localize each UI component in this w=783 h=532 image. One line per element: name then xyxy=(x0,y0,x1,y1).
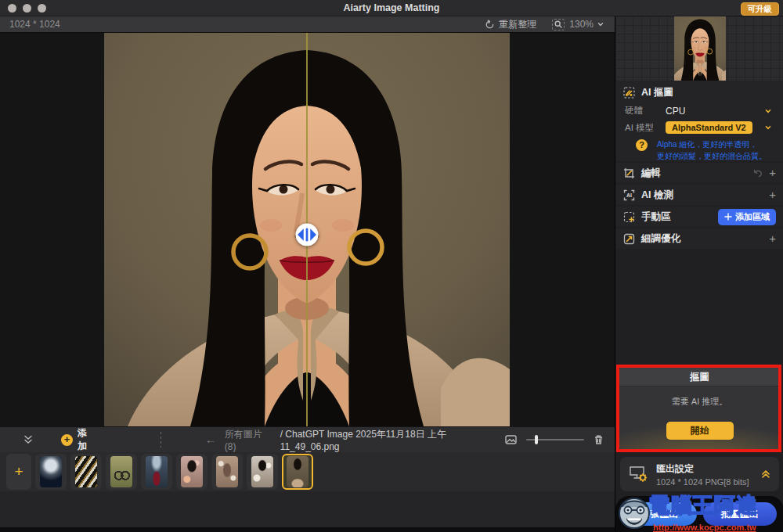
thumbnail-image xyxy=(146,456,168,487)
matting-panel-title: 摳圖 xyxy=(619,368,780,386)
model-value-pill[interactable]: AlphaStandard V2 xyxy=(666,121,752,134)
export-single-button[interactable]: 單張匯出 xyxy=(622,502,697,526)
slider-handle[interactable] xyxy=(535,435,538,444)
section-ai-detect[interactable]: AI AI 檢測 + xyxy=(615,185,783,205)
right-sidebar: AI 摳圖 硬體 CPU AI 模型 AlphaStandard V2 ? Al… xyxy=(615,16,783,532)
add-image-tile[interactable]: + xyxy=(6,454,31,490)
add-images-button[interactable]: + 添加 xyxy=(61,426,96,453)
matting-run-panel: 摳圖 需要 AI 推理。 開始 xyxy=(619,368,780,449)
magnifier-icon xyxy=(554,20,562,28)
add-label: 添加 xyxy=(78,426,96,453)
canvas-toolbar: 1024 * 1024 重新整理 130% xyxy=(0,16,615,33)
export-settings-card[interactable]: 匯出設定 1024 * 1024 PNG[8 bits] xyxy=(620,457,779,491)
split-arrows-icon xyxy=(296,38,319,427)
divider xyxy=(161,432,161,448)
filmstrip-thumbnails: + xyxy=(0,452,615,491)
export-batch-button[interactable]: 批量匯出 xyxy=(703,502,778,526)
trash-icon[interactable] xyxy=(594,434,604,445)
canvas-area xyxy=(0,33,615,426)
ai-matting-title: AI 摳圖 xyxy=(641,86,673,99)
undo-icon[interactable] xyxy=(752,169,763,178)
thumbnail-beige-blazer-portrait-selected[interactable] xyxy=(282,454,313,490)
double-chevron-up-icon[interactable] xyxy=(760,469,771,480)
svg-text:AI: AI xyxy=(626,192,632,198)
model-label: AI 模型 xyxy=(625,122,666,134)
thumbnail-image xyxy=(181,456,203,487)
chevron-down-icon[interactable] xyxy=(765,124,771,131)
refine-icon xyxy=(623,233,635,245)
breadcrumb-filename: / ChatGPT Image 2025年11月18日 上午11_49_06.p… xyxy=(280,428,505,452)
plus-circle-icon: + xyxy=(61,434,73,446)
manual-region-icon xyxy=(623,211,635,223)
refresh-label: 重新整理 xyxy=(499,18,536,31)
thumbnail-image xyxy=(110,456,132,487)
thumbnail-white-flower-portrait[interactable] xyxy=(247,454,278,490)
plus-crosshair-icon xyxy=(724,213,732,221)
collapse-filmstrip-icon[interactable] xyxy=(23,434,33,445)
zoom-level-value: 130% xyxy=(569,19,594,30)
export-settings-icon xyxy=(628,465,648,483)
section-edit[interactable]: 編輯 + xyxy=(615,163,783,183)
section-refine[interactable]: 細調優化 + xyxy=(615,228,783,249)
titlebar: Aiarty Image Matting 可升級 xyxy=(0,0,783,16)
image-dimensions-label: 1024 * 1024 xyxy=(9,19,60,30)
export-format-value: 1024 * 1024 PNG[8 bits] xyxy=(656,477,749,487)
ai-detect-icon: AI xyxy=(623,189,635,201)
chevron-down-icon[interactable] xyxy=(765,108,771,114)
thumbnail-red-dress-forest[interactable] xyxy=(141,454,172,490)
thumbnail-image xyxy=(75,456,97,487)
refresh-button[interactable]: 重新整理 xyxy=(485,18,536,31)
thumbnail-size-slider[interactable] xyxy=(526,439,584,440)
ai-matting-section: AI 摳圖 硬體 CPU AI 模型 AlphaStandard V2 ? Al… xyxy=(615,81,783,161)
breadcrumb-folder[interactable]: 所有圖片 (8) xyxy=(225,428,276,452)
export-button-bar: 單張匯出 批量匯出 xyxy=(615,496,783,532)
matting-status-text: 需要 AI 推理。 xyxy=(619,386,780,408)
compare-slider-handle[interactable] xyxy=(296,224,319,246)
model-row: AI 模型 AlphaStandard V2 xyxy=(615,119,783,136)
hardware-label: 硬體 xyxy=(625,105,666,117)
app-window: Aiarty Image Matting 可升級 1024 * 1024 重新整… xyxy=(0,0,783,532)
thumbnail-jellyfish[interactable] xyxy=(35,454,67,490)
thumbnail-image xyxy=(251,456,273,487)
image-size-icon xyxy=(505,435,517,444)
hardware-value[interactable]: CPU xyxy=(666,106,685,117)
filmstrip-footer xyxy=(0,491,615,532)
hardware-row: 硬體 CPU xyxy=(615,102,783,119)
expand-plus-icon[interactable]: + xyxy=(769,168,776,178)
back-arrow-icon[interactable]: ← xyxy=(205,435,217,444)
add-region-button[interactable]: 添加區域 xyxy=(718,209,776,225)
section-manual-region[interactable]: 手動區 添加區域 xyxy=(615,207,783,227)
refresh-icon xyxy=(485,20,495,30)
window-title: Aiarty Image Matting xyxy=(0,2,783,13)
zoom-level-dropdown[interactable]: 130% xyxy=(569,19,604,30)
filmstrip-header: + 添加 ← 所有圖片 (8) / ChatGPT Image 2025年11月… xyxy=(0,426,615,452)
thumbnail-image xyxy=(287,456,309,487)
ai-matting-icon xyxy=(623,87,635,99)
expand-plus-icon[interactable]: + xyxy=(769,190,776,200)
thumbnail-image xyxy=(216,456,238,487)
thumbnail-bicycle[interactable] xyxy=(106,454,137,490)
help-icon[interactable]: ? xyxy=(636,139,648,151)
upgrade-button[interactable]: 可升級 xyxy=(741,2,780,16)
portrait-image xyxy=(104,33,510,426)
thumbnail-image xyxy=(40,456,62,487)
thumbnail-flower-statue[interactable] xyxy=(211,454,243,490)
export-settings-title: 匯出設定 xyxy=(656,462,749,476)
edit-icon xyxy=(623,167,635,179)
thumbnail-gold-shards[interactable] xyxy=(70,454,102,490)
expand-plus-icon[interactable]: + xyxy=(769,234,776,243)
chevron-down-icon xyxy=(597,21,604,27)
thumbnail-flower-portrait[interactable] xyxy=(176,454,207,490)
transparency-preview xyxy=(615,16,783,81)
start-button[interactable]: 開始 xyxy=(666,422,734,440)
zoom-tool-button[interactable] xyxy=(552,19,565,31)
preview-thumbnail[interactable] xyxy=(674,16,726,81)
